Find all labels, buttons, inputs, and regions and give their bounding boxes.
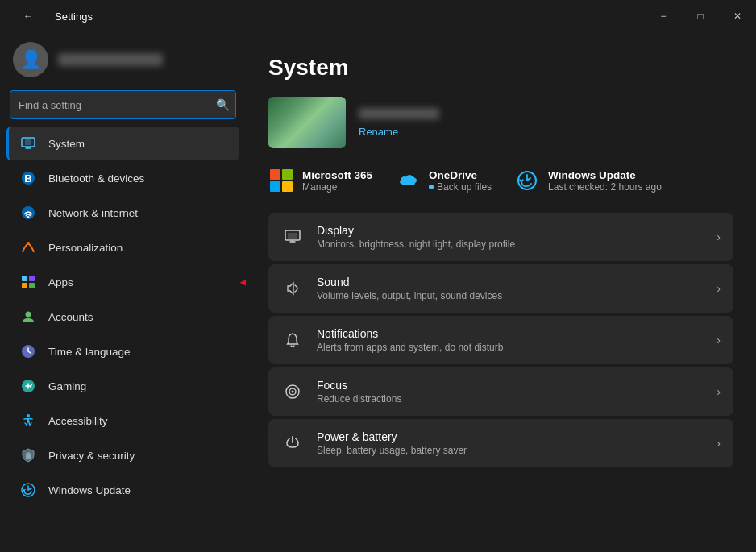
profile-name (359, 108, 439, 119)
system-icon (19, 135, 37, 152)
winupdate-sub: Last checked: 2 hours ago (548, 181, 662, 193)
focus-title: Focus (317, 379, 704, 392)
user-icon: 👤 (20, 49, 42, 70)
setting-item-focus[interactable]: Focus Reduce distractions › (268, 367, 733, 416)
svg-rect-9 (22, 283, 27, 288)
sidebar-item-windows-update[interactable]: Windows Update (6, 473, 239, 507)
sound-title: Sound (317, 276, 704, 288)
power-desc: Sleep, battery usage, battery saver (317, 445, 704, 456)
svg-point-5 (27, 216, 30, 218)
focus-icon (281, 380, 304, 403)
sound-icon (281, 277, 304, 300)
quick-item-winupdate[interactable]: Windows Update Last checked: 2 hours ago (514, 168, 662, 193)
sidebar-item-label-apps: Apps (48, 276, 73, 288)
sidebar-item-privacy[interactable]: Privacy & security (6, 438, 239, 472)
settings-list: Display Monitors, brightness, night ligh… (268, 213, 733, 467)
focus-desc: Reduce distractions (317, 393, 704, 405)
svg-point-14 (31, 384, 32, 385)
onedrive-icon (395, 168, 421, 193)
ms365-sub: Manage (302, 181, 372, 193)
sidebar-item-time[interactable]: Time & language (6, 334, 239, 368)
maximize-button[interactable]: □ (682, 0, 719, 32)
sidebar-item-bluetooth[interactable]: B Bluetooth & devices (6, 161, 239, 195)
minimize-button[interactable]: − (645, 0, 682, 32)
sound-chevron: › (717, 282, 721, 295)
setting-item-power[interactable]: Power & battery Sleep, battery usage, ba… (268, 419, 733, 467)
red-arrow-indicator: ◀ (240, 272, 246, 293)
setting-item-sound[interactable]: Sound Volume levels, output, input, soun… (268, 264, 733, 313)
onedrive-dot (429, 185, 434, 189)
window-controls: − □ ✕ (645, 0, 756, 32)
display-icon (281, 226, 304, 248)
rename-link[interactable]: Rename (359, 126, 439, 138)
sidebar-item-label-system: System (48, 138, 85, 150)
notifications-title: Notifications (317, 327, 704, 340)
notifications-icon (281, 329, 304, 351)
svg-rect-1 (25, 139, 31, 145)
accessibility-icon (19, 412, 37, 430)
privacy-icon (19, 446, 37, 464)
sidebar-item-label-personalization: Personalization (48, 242, 123, 254)
sidebar: 👤 🔍 System (0, 32, 246, 552)
winupdate-icon (514, 168, 540, 193)
sidebar-item-accounts[interactable]: Accounts (6, 300, 239, 334)
sidebar-item-label-gaming: Gaming (48, 380, 86, 392)
svg-rect-10 (29, 283, 35, 288)
gaming-icon (19, 377, 37, 395)
winupdate-title: Windows Update (548, 169, 662, 181)
windows-update-icon (19, 481, 37, 499)
svg-text:B: B (24, 172, 31, 185)
ms365-icon (268, 168, 294, 193)
avatar: 👤 (13, 42, 48, 77)
titlebar: ← Settings − □ ✕ (0, 0, 756, 32)
time-icon (19, 342, 37, 360)
display-desc: Monitors, brightness, night light, displ… (317, 239, 704, 250)
sidebar-item-apps[interactable]: Apps ◀ (6, 265, 239, 299)
sidebar-item-personalization[interactable]: Personalization (6, 230, 239, 264)
onedrive-title: OneDrive (429, 169, 492, 181)
app-title: Settings (55, 10, 93, 23)
sidebar-item-label-time: Time & language (48, 346, 131, 358)
apps-icon (19, 273, 37, 291)
sidebar-item-label-accessibility: Accessibility (48, 415, 108, 427)
sound-text: Sound Volume levels, output, input, soun… (317, 276, 704, 301)
display-chevron: › (717, 230, 721, 243)
sidebar-item-label-privacy: Privacy & security (48, 450, 135, 462)
svg-point-6 (27, 242, 30, 245)
quick-item-ms365[interactable]: Microsoft 365 Manage (268, 168, 372, 193)
profile-info: Rename (359, 108, 439, 138)
bluetooth-icon: B (19, 169, 37, 187)
quick-access-row: Microsoft 365 Manage OneDrive Back up fi… (268, 168, 733, 193)
back-button[interactable]: ← (10, 0, 47, 32)
sidebar-item-system[interactable]: System (6, 127, 239, 160)
sidebar-item-label-windows-update: Windows Update (48, 484, 131, 496)
notifications-desc: Alerts from apps and system, do not dist… (317, 342, 704, 353)
svg-point-11 (26, 312, 31, 318)
sidebar-item-network[interactable]: Network & internet (6, 196, 239, 230)
profile-card: Rename (268, 97, 733, 148)
username-display (58, 53, 163, 66)
power-chevron: › (717, 437, 721, 450)
ms365-title: Microsoft 365 (302, 169, 372, 181)
sidebar-item-accessibility[interactable]: Accessibility (6, 404, 239, 438)
sidebar-item-gaming[interactable]: Gaming (6, 369, 239, 403)
back-icon: ← (23, 10, 33, 22)
svg-point-24 (292, 391, 294, 393)
close-button[interactable]: ✕ (719, 0, 756, 32)
quick-item-onedrive[interactable]: OneDrive Back up files (395, 168, 492, 193)
personalization-icon (19, 239, 37, 256)
setting-item-display[interactable]: Display Monitors, brightness, night ligh… (268, 213, 733, 261)
sidebar-item-label-accounts: Accounts (48, 311, 93, 323)
accounts-icon (19, 308, 37, 326)
profile-thumbnail (268, 97, 346, 148)
power-icon (281, 432, 304, 454)
setting-item-notifications[interactable]: Notifications Alerts from apps and syste… (268, 316, 733, 364)
quick-text-ms365: Microsoft 365 Manage (302, 169, 372, 193)
notifications-text: Notifications Alerts from apps and syste… (317, 327, 704, 353)
power-title: Power & battery (317, 430, 704, 443)
display-text: Display Monitors, brightness, night ligh… (317, 224, 704, 250)
svg-rect-21 (288, 233, 297, 239)
focus-chevron: › (717, 385, 721, 398)
search-input[interactable] (10, 90, 236, 119)
user-profile[interactable]: 👤 (0, 32, 246, 90)
